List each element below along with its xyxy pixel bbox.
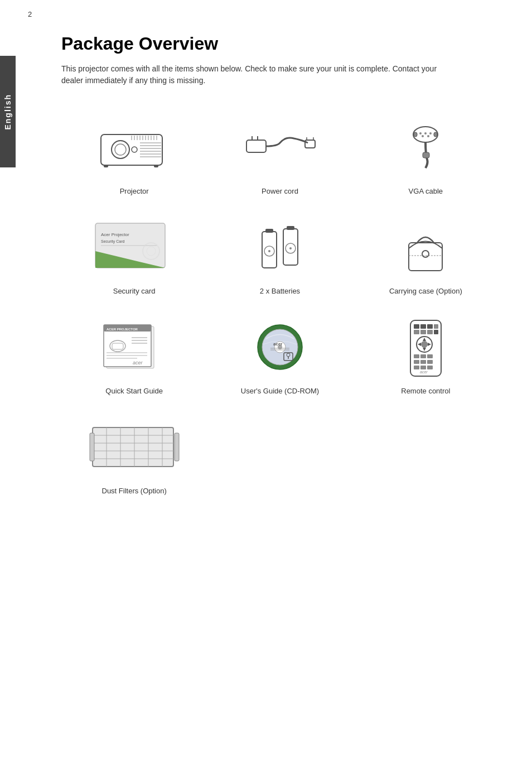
item-batteries-label: 2 x Batteries	[260, 287, 300, 295]
svg-rect-99	[414, 366, 419, 369]
svg-rect-98	[427, 360, 433, 364]
item-projector-label: Projector	[120, 187, 149, 195]
svg-rect-86	[434, 330, 438, 334]
item-vga-cable-label: VGA cable	[409, 187, 443, 195]
svg-point-19	[132, 147, 137, 152]
carrying-case-image	[381, 218, 470, 279]
svg-rect-103	[93, 427, 173, 467]
security-card-image: Acer Projector Security Card	[90, 218, 179, 279]
svg-rect-25	[305, 140, 315, 148]
page-title: Package Overview	[61, 33, 499, 54]
cdrom-image: acer	[235, 318, 325, 379]
page-number: 2	[28, 10, 32, 18]
item-cdrom: acer User's Guide (CD-ROM)	[207, 306, 352, 406]
svg-rect-85	[427, 330, 433, 334]
svg-point-47	[268, 250, 270, 252]
svg-rect-80	[420, 324, 426, 329]
items-grid: Projector Power cord	[61, 107, 499, 506]
cdrom-icon: acer	[249, 322, 311, 375]
item-remote-control-label: Remote control	[401, 387, 450, 395]
dust-filters-image	[90, 417, 179, 479]
svg-point-33	[427, 135, 429, 137]
svg-rect-96	[414, 360, 419, 364]
svg-rect-84	[420, 330, 426, 334]
svg-point-30	[424, 132, 427, 134]
quick-start-guide-image: ACER PROJECTOR acer	[90, 318, 179, 379]
security-card-icon: Acer Projector Security Card	[93, 220, 176, 276]
svg-point-29	[419, 132, 422, 134]
vga-cable-icon	[400, 123, 451, 174]
item-dust-filters-label: Dust Filters (Option)	[102, 487, 167, 495]
svg-rect-113	[90, 433, 94, 461]
svg-rect-81	[427, 324, 433, 329]
svg-text:Security Card: Security Card	[101, 239, 125, 244]
svg-point-32	[422, 135, 424, 137]
svg-point-31	[429, 132, 432, 134]
svg-rect-93	[414, 354, 419, 358]
svg-rect-94	[420, 354, 426, 358]
svg-rect-20	[104, 165, 108, 167]
item-power-cord-label: Power cord	[262, 187, 298, 195]
svg-rect-22	[246, 140, 266, 152]
remote-control-image: acer	[381, 318, 470, 379]
item-batteries: 2 x Batteries	[207, 206, 352, 306]
svg-point-51	[289, 247, 292, 249]
svg-point-88	[421, 341, 428, 348]
power-cord-image	[235, 118, 325, 179]
svg-rect-97	[420, 360, 426, 364]
svg-rect-95	[427, 354, 433, 358]
item-quick-start-guide-label: Quick Start Guide	[105, 387, 163, 395]
batteries-icon	[258, 223, 302, 273]
item-remote-control: acer Remote control	[353, 306, 499, 406]
svg-rect-21	[154, 165, 158, 167]
item-power-cord: Power cord	[207, 107, 352, 206]
svg-text:acer: acer	[133, 360, 143, 366]
svg-rect-35	[434, 132, 437, 137]
svg-text:acer: acer	[273, 342, 282, 347]
item-security-card: Acer Projector Security Card Security ca…	[61, 206, 207, 306]
dust-filters-icon	[90, 422, 179, 475]
vga-cable-image	[381, 118, 470, 179]
batteries-image	[235, 218, 325, 279]
projector-image	[90, 118, 179, 179]
item-quick-start-guide: ACER PROJECTOR acer Quick Start Guide	[61, 306, 207, 406]
item-projector: Projector	[61, 107, 207, 206]
quick-start-guide-icon: ACER PROJECTOR acer	[98, 322, 171, 375]
side-tab-label: English	[3, 94, 12, 130]
svg-text:acer: acer	[420, 370, 428, 374]
svg-text:ACER PROJECTOR: ACER PROJECTOR	[107, 328, 138, 331]
item-carrying-case: Carrying case (Option)	[353, 206, 499, 306]
svg-rect-36	[423, 152, 429, 158]
empty-cell-1	[207, 406, 352, 506]
item-vga-cable: VGA cable	[353, 107, 499, 206]
svg-rect-83	[414, 330, 419, 334]
svg-text:Acer Projector: Acer Projector	[101, 232, 129, 237]
svg-point-53	[422, 251, 429, 257]
power-cord-icon	[244, 126, 316, 171]
carrying-case-icon	[400, 223, 451, 273]
intro-text: This projector comes with all the items …	[61, 63, 452, 87]
svg-rect-45	[265, 229, 273, 233]
svg-point-1	[112, 141, 129, 158]
svg-point-2	[115, 144, 126, 155]
svg-rect-82	[434, 324, 438, 329]
item-cdrom-label: User's Guide (CD-ROM)	[241, 387, 319, 395]
svg-rect-79	[414, 324, 419, 329]
svg-rect-101	[427, 366, 433, 369]
item-dust-filters: Dust Filters (Option)	[61, 406, 207, 506]
svg-rect-34	[414, 132, 417, 137]
remote-control-icon: acer	[405, 318, 447, 379]
svg-rect-49	[287, 226, 294, 230]
projector-icon	[95, 123, 173, 174]
item-security-card-label: Security card	[113, 287, 156, 295]
empty-cell-2	[353, 406, 499, 506]
svg-rect-114	[175, 433, 179, 461]
svg-rect-100	[420, 366, 426, 369]
item-carrying-case-label: Carrying case (Option)	[389, 287, 462, 295]
side-tab: English	[0, 56, 16, 167]
